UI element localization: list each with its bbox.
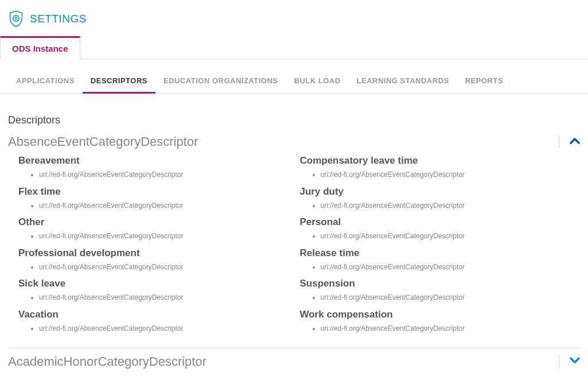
list-item: Professional development uri://ed-fi.org…: [18, 247, 289, 274]
tab-applications[interactable]: APPLICATIONS: [8, 69, 83, 93]
descriptor-header-academic-honor[interactable]: AcademicHonorCategoryDescriptor: [8, 352, 580, 371]
item-name: Sick leave: [18, 278, 289, 289]
list-item: Sick leave uri://ed-fi.org/AbsenceEventC…: [18, 278, 289, 304]
sub-tabs: APPLICATIONS DESCRIPTORS EDUCATION ORGAN…: [0, 69, 588, 94]
item-name: Jury duty: [300, 186, 570, 198]
item-uri: uri://ed-fi.org/AbsenceEventCategoryDesc…: [321, 230, 570, 243]
descriptor-name: AcademicHonorCategoryDescriptor: [8, 354, 548, 369]
item-name: Professional development: [18, 247, 289, 259]
descriptor-items: Bereavement uri://ed-fi.org/AbsenceEvent…: [8, 152, 580, 348]
item-name: Work compensation: [300, 309, 570, 320]
tab-education-organizations[interactable]: EDUCATION ORGANIZATIONS: [155, 69, 286, 93]
descriptor-name: AbsenceEventCategoryDescriptor: [8, 134, 548, 149]
list-item: Flex time uri://ed-fi.org/AbsenceEventCa…: [18, 186, 289, 212]
descriptor-header-absence[interactable]: AbsenceEventCategoryDescriptor: [8, 132, 580, 152]
tab-reports[interactable]: REPORTS: [457, 69, 511, 93]
list-item: Other uri://ed-fi.org/AbsenceEventCatego…: [18, 216, 289, 243]
item-name: Bereavement: [18, 155, 289, 167]
list-item: Compensatory leave time uri://ed-fi.org/…: [300, 155, 570, 181]
list-item: Vacation uri://ed-fi.org/AbsenceEventCat…: [18, 309, 289, 335]
chevron-down-icon[interactable]: [570, 357, 580, 367]
list-item: Bereavement uri://ed-fi.org/AbsenceEvent…: [18, 155, 289, 181]
svg-point-1: [15, 17, 17, 20]
divider: [559, 355, 559, 368]
page-title: SETTINGS: [30, 13, 87, 25]
item-name: Suspension: [300, 278, 570, 289]
tab-descriptors[interactable]: DESCRIPTORS: [83, 69, 155, 94]
list-item: Work compensation uri://ed-fi.org/Absenc…: [300, 309, 570, 335]
tab-bulk-load[interactable]: BULK LOAD: [286, 69, 349, 93]
list-item: Jury duty uri://ed-fi.org/AbsenceEventCa…: [300, 186, 570, 212]
item-name: Release time: [300, 247, 570, 259]
item-uri: uri://ed-fi.org/AbsenceEventCategoryDesc…: [39, 292, 289, 304]
item-name: Personal: [300, 216, 570, 228]
list-item: Suspension uri://ed-fi.org/AbsenceEventC…: [300, 278, 570, 304]
tab-learning-standards[interactable]: LEARNING STANDARDS: [349, 69, 457, 93]
item-uri: uri://ed-fi.org/AbsenceEventCategoryDesc…: [321, 292, 570, 304]
svg-line-6: [13, 16, 14, 16]
svg-line-9: [18, 16, 18, 16]
item-name: Vacation: [18, 309, 289, 320]
main-tabs: ODS Instance: [0, 36, 588, 59]
item-uri: uri://ed-fi.org/AbsenceEventCategoryDesc…: [321, 261, 570, 274]
chevron-up-icon[interactable]: [570, 137, 580, 147]
item-uri: uri://ed-fi.org/AbsenceEventCategoryDesc…: [321, 169, 570, 181]
item-uri: uri://ed-fi.org/AbsenceEventCategoryDesc…: [321, 323, 570, 335]
item-name: Other: [18, 216, 289, 228]
svg-line-8: [13, 20, 14, 21]
list-item: Release time uri://ed-fi.org/AbsenceEven…: [300, 247, 570, 274]
item-uri: uri://ed-fi.org/AbsenceEventCategoryDesc…: [39, 261, 289, 274]
item-uri: uri://ed-fi.org/AbsenceEventCategoryDesc…: [39, 200, 289, 212]
item-uri: uri://ed-fi.org/AbsenceEventCategoryDesc…: [321, 200, 570, 212]
tab-ods-instance[interactable]: ODS Instance: [0, 36, 80, 59]
item-uri: uri://ed-fi.org/AbsenceEventCategoryDesc…: [39, 169, 289, 181]
list-item: Personal uri://ed-fi.org/AbsenceEventCat…: [300, 216, 570, 243]
divider: [559, 136, 559, 148]
item-uri: uri://ed-fi.org/AbsenceEventCategoryDesc…: [39, 230, 289, 243]
content: Descriptors AbsenceEventCategoryDescript…: [0, 114, 588, 371]
page-header: SETTINGS: [0, 0, 588, 36]
item-name: Flex time: [18, 186, 289, 198]
shield-gear-icon: [8, 10, 24, 28]
divider: [8, 348, 580, 349]
item-name: Compensatory leave time: [300, 155, 570, 167]
svg-line-7: [18, 20, 18, 21]
item-uri: uri://ed-fi.org/AbsenceEventCategoryDesc…: [39, 323, 289, 335]
section-title: Descriptors: [8, 114, 580, 126]
